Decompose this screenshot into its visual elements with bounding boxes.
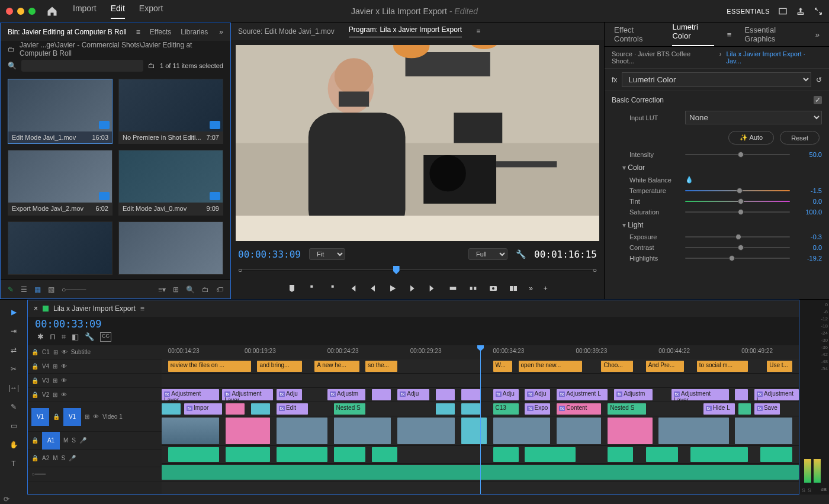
adjustment-clip[interactable] bbox=[735, 389, 748, 400]
marker-icon[interactable]: ◧ bbox=[72, 332, 79, 342]
tab-essential-graphics[interactable]: Essential Graphics bbox=[744, 25, 802, 43]
media-clip[interactable] bbox=[118, 221, 223, 275]
cc-cloud-icon[interactable]: ⟳ bbox=[4, 495, 9, 503]
captions-icon[interactable]: CC bbox=[100, 332, 111, 342]
home-icon[interactable] bbox=[46, 5, 58, 17]
video-clip[interactable] bbox=[738, 403, 751, 415]
subtitle-clip[interactable]: so the... bbox=[365, 361, 397, 372]
audio-clip[interactable] bbox=[168, 447, 219, 462]
subtitle-clip[interactable]: review the files on ... bbox=[168, 361, 251, 372]
linked-selection-icon[interactable]: ⌗ bbox=[62, 332, 66, 342]
rectangle-tool-icon[interactable]: ▭ bbox=[7, 419, 20, 432]
new-bin-icon[interactable]: 🗀 bbox=[202, 285, 209, 294]
zoom-slider[interactable]: ○──── bbox=[62, 285, 86, 294]
adjustment-clip[interactable]: fxAdju bbox=[277, 389, 302, 400]
sequence-name[interactable]: Lila x Javier Import Export bbox=[53, 304, 136, 313]
saturation-value[interactable]: 100.0 bbox=[796, 208, 822, 216]
tab-source-monitor[interactable]: Source: Edit Mode Javi_1.mov bbox=[238, 27, 335, 36]
target-a1-patch[interactable]: A1 bbox=[42, 432, 60, 450]
video-clip[interactable] bbox=[461, 403, 480, 415]
comparison-icon[interactable] bbox=[509, 284, 518, 293]
video-clip[interactable]: fxEdit bbox=[277, 403, 309, 415]
video-clip[interactable] bbox=[461, 418, 487, 444]
audio-clip[interactable] bbox=[493, 447, 519, 462]
tab-import[interactable]: Import bbox=[73, 4, 97, 19]
pen-icon[interactable]: ✎ bbox=[8, 285, 14, 294]
adjustment-clip[interactable]: fxAdjustment L bbox=[754, 389, 799, 400]
adjustment-clip[interactable]: fxAdjustment Layer bbox=[162, 389, 219, 400]
audio-clip[interactable] bbox=[226, 447, 270, 462]
source-v1-patch[interactable]: V1 bbox=[31, 408, 49, 426]
close-sequence-icon[interactable]: × bbox=[34, 304, 38, 313]
video-clip[interactable] bbox=[277, 418, 327, 444]
freeform-view-icon[interactable]: ▧ bbox=[48, 285, 54, 294]
add-button-icon[interactable]: + bbox=[544, 284, 548, 293]
subtitle-clip[interactable]: to social m... bbox=[697, 361, 748, 372]
selection-tool-icon[interactable]: ▶ bbox=[7, 306, 20, 319]
video-clip[interactable] bbox=[226, 418, 270, 444]
video-clip[interactable]: Nested S bbox=[608, 403, 646, 415]
adjustment-clip[interactable]: fxAdjustment L bbox=[557, 389, 608, 400]
subtitle-clip[interactable]: Use t... bbox=[767, 361, 792, 372]
contrast-slider[interactable] bbox=[685, 247, 790, 248]
audio-clip[interactable] bbox=[646, 447, 678, 462]
maximize-window-button[interactable] bbox=[28, 8, 36, 15]
audio-clip[interactable] bbox=[525, 447, 576, 462]
intensity-slider[interactable] bbox=[685, 154, 790, 155]
video-clip[interactable] bbox=[162, 418, 219, 444]
panel-menu-icon[interactable]: ≡ bbox=[140, 304, 144, 313]
go-to-in-icon[interactable] bbox=[348, 284, 357, 293]
close-window-button[interactable] bbox=[6, 8, 13, 15]
media-clip[interactable] bbox=[8, 221, 113, 275]
video-clip[interactable]: fxSave bbox=[754, 403, 780, 415]
icon-view-icon[interactable]: ▦ bbox=[34, 285, 41, 294]
panel-menu-icon[interactable]: ≡ bbox=[727, 30, 732, 39]
extract-icon[interactable] bbox=[468, 284, 478, 293]
media-clip[interactable]: No Premiere in Shot Editi...7:07 bbox=[118, 79, 223, 144]
video-clip[interactable] bbox=[493, 418, 551, 444]
audio-clip[interactable] bbox=[608, 447, 633, 462]
tab-edit[interactable]: Edit bbox=[111, 4, 125, 19]
video-clip[interactable] bbox=[436, 403, 455, 415]
video-clip[interactable] bbox=[226, 403, 245, 415]
mark-in-icon[interactable] bbox=[307, 284, 317, 293]
bin-back-icon[interactable]: 🗀 bbox=[8, 45, 15, 53]
quick-export-icon[interactable] bbox=[778, 7, 788, 16]
video-clip[interactable] bbox=[608, 418, 652, 444]
automate-icon[interactable]: ⊞ bbox=[173, 285, 179, 294]
panel-menu-icon[interactable]: ≡ bbox=[136, 28, 140, 36]
fx-badge-icon[interactable]: fx bbox=[612, 76, 617, 84]
video-clip[interactable] bbox=[334, 418, 391, 444]
video-clip[interactable]: C13 bbox=[493, 403, 519, 415]
adjustment-clip[interactable] bbox=[436, 389, 455, 400]
panel-overflow-icon[interactable]: » bbox=[815, 30, 820, 39]
quality-select[interactable]: Full bbox=[468, 248, 507, 260]
program-monitor[interactable] bbox=[236, 45, 599, 241]
adjustment-clip[interactable]: fxAdju bbox=[525, 389, 550, 400]
audio-meter[interactable]: 0 -6 -12 -18 -24 -30 -36 -42 -48 -54 dB … bbox=[799, 300, 829, 495]
fullscreen-icon[interactable] bbox=[814, 7, 823, 16]
list-view-icon[interactable]: ☰ bbox=[21, 285, 27, 294]
adjustment-clip[interactable]: fxAdjustm bbox=[614, 389, 653, 400]
media-clip[interactable]: Edit Mode Javi_0.mov9:09 bbox=[118, 150, 223, 215]
eyedropper-icon[interactable]: 💧 bbox=[685, 176, 693, 184]
pen-tool-icon[interactable]: ✎ bbox=[7, 400, 20, 413]
go-to-out-icon[interactable] bbox=[428, 284, 438, 293]
video-clip[interactable] bbox=[397, 418, 455, 444]
playhead[interactable] bbox=[480, 345, 481, 494]
tab-lumetri-color[interactable]: Lumetri Color bbox=[672, 23, 714, 46]
audio-clip[interactable] bbox=[277, 447, 327, 462]
video-clip[interactable] bbox=[251, 403, 270, 415]
settings-icon[interactable]: 🔧 bbox=[516, 249, 526, 259]
basic-correction-toggle[interactable]: ✓ bbox=[814, 96, 822, 104]
adjustment-clip[interactable]: fxAdjustm bbox=[327, 389, 366, 400]
media-clip[interactable]: Edit Mode Javi_1.mov16:03 bbox=[8, 79, 113, 144]
exposure-slider[interactable] bbox=[685, 236, 790, 237]
search-input[interactable] bbox=[21, 60, 143, 72]
highlights-slider[interactable] bbox=[685, 258, 790, 259]
find-icon[interactable]: 🔍 bbox=[186, 285, 195, 294]
intensity-value[interactable]: 50.0 bbox=[796, 151, 822, 158]
audio-clip[interactable] bbox=[334, 447, 366, 462]
video-clip[interactable]: fxContent bbox=[557, 403, 601, 415]
video-clip[interactable]: fxExpo bbox=[525, 403, 550, 415]
